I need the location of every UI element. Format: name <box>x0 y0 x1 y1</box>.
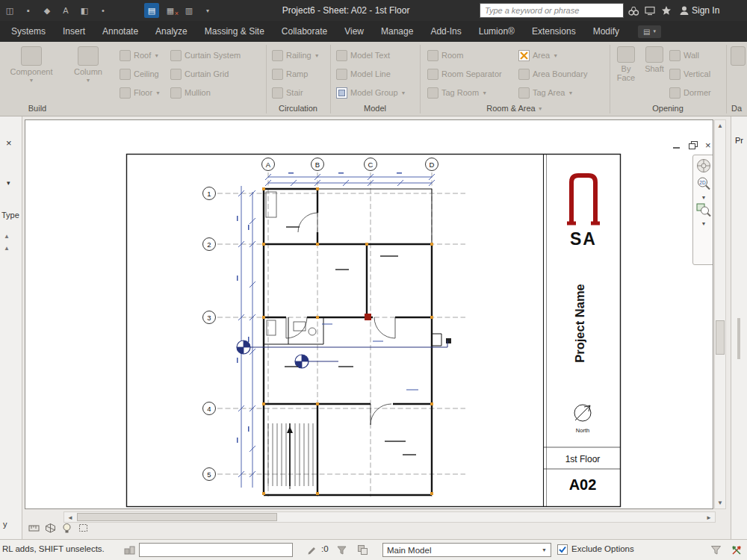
grid-bubble-d: D <box>430 161 435 169</box>
design-options-icon[interactable] <box>357 544 368 556</box>
tab-lumion[interactable]: Lumion® <box>479 26 515 37</box>
shaft-button[interactable]: Shaft <box>641 46 668 73</box>
ramp-icon <box>272 69 283 80</box>
scroll-up-icon[interactable]: ▲ <box>717 122 723 129</box>
communication-icon[interactable] <box>644 4 656 16</box>
tab-insert[interactable]: Insert <box>63 26 85 37</box>
vertical-scrollbar[interactable]: ▲ ▼ <box>714 119 726 509</box>
zoom-2d-icon[interactable]: 2D <box>695 175 712 193</box>
text-icon[interactable]: A <box>58 3 73 18</box>
curtain-system-button[interactable]: Curtain System <box>170 48 241 63</box>
railing-button[interactable]: Railing▼ <box>272 48 320 63</box>
visual-style-icon[interactable] <box>45 523 56 533</box>
ceiling-button[interactable]: Ceiling <box>120 66 159 81</box>
sheets-icon[interactable]: ▤ <box>144 3 159 18</box>
worksets-input[interactable] <box>139 543 293 557</box>
tab-massing-site[interactable]: Massing & Site <box>205 26 264 37</box>
room-button[interactable]: Room <box>427 48 463 63</box>
curtain-grid-button[interactable]: Curtain Grid <box>170 66 229 81</box>
dot-icon[interactable]: • <box>96 3 111 18</box>
wall-opening-button[interactable]: Wall <box>669 48 699 63</box>
model-group-button[interactable]: Model Group▼ <box>336 85 406 100</box>
panel-label-room-area[interactable]: Room & Area▼ <box>420 102 610 114</box>
minimize-view-icon[interactable] <box>672 141 681 149</box>
horizontal-scroll-thumb[interactable] <box>77 513 277 521</box>
area-boundary-button[interactable]: Area Boundary <box>518 66 587 81</box>
scroll-down-icon[interactable]: ▼ <box>717 500 723 506</box>
by-face-button[interactable]: By Face <box>611 46 641 82</box>
caret-down-icon: ▼ <box>155 90 161 96</box>
tab-annotate[interactable]: Annotate <box>102 26 138 37</box>
close-view-icon[interactable]: × <box>705 141 711 149</box>
restore-view-icon[interactable] <box>689 141 698 149</box>
room-separator-icon <box>427 69 438 80</box>
design-option-select[interactable]: Main Model ▼ <box>382 543 551 557</box>
scroll-left-icon[interactable]: ◄ <box>67 514 73 522</box>
component-button[interactable]: Component ▼ <box>9 46 54 83</box>
qat-caret-icon[interactable]: ▾ <box>200 3 215 18</box>
floor-button[interactable]: Floor▼ <box>120 85 161 100</box>
tab-modify[interactable]: Modify <box>593 26 619 37</box>
selected-element-marker[interactable] <box>365 314 371 320</box>
toggle-icon[interactable]: ◧ <box>77 3 92 18</box>
tab-systems[interactable]: Systems <box>11 26 46 37</box>
status-filter-icon[interactable] <box>336 544 347 556</box>
editable-only-icon[interactable] <box>306 544 317 556</box>
filter-icon[interactable] <box>710 544 722 556</box>
tab-manage[interactable]: Manage <box>381 26 413 37</box>
datum-partial-button[interactable] <box>731 46 746 66</box>
measure-icon[interactable]: ◫ <box>2 3 17 18</box>
tile-views-icon[interactable]: ▥ <box>182 3 196 18</box>
horizontal-scrollbar[interactable]: ◄ ► <box>63 511 716 523</box>
search-input[interactable] <box>480 3 624 18</box>
sheet-canvas[interactable]: A B C D 1 2 3 4 5 <box>25 119 713 509</box>
model-text-button[interactable]: Model Text <box>336 48 390 63</box>
browser-scroll-thumb[interactable] <box>737 318 740 359</box>
room-separator-button[interactable]: Room Separator <box>427 66 502 81</box>
favorites-star-icon[interactable] <box>660 4 672 16</box>
dormer-button[interactable]: Dormer <box>669 85 711 100</box>
tab-view[interactable]: View <box>344 26 364 37</box>
pen-icon[interactable]: ◆ <box>40 3 55 18</box>
vertical-opening-button[interactable]: Vertical <box>669 66 710 81</box>
reveal-hidden-lightbulb-icon[interactable] <box>61 523 72 533</box>
tab-analyze[interactable]: Analyze <box>155 26 187 37</box>
account-person-icon[interactable] <box>678 4 690 16</box>
mullion-button[interactable]: Mullion <box>170 85 211 100</box>
tab-collaborate[interactable]: Collaborate <box>282 26 327 37</box>
ribbon-options-pill[interactable]: ▤▾ <box>638 25 661 38</box>
crop-view-icon[interactable] <box>78 523 89 533</box>
tag-room-button[interactable]: Tag Room▼ <box>427 85 487 100</box>
vertical-scroll-thumb[interactable] <box>716 320 725 355</box>
model-line-icon <box>336 69 347 80</box>
zoom-region-icon[interactable] <box>695 202 712 220</box>
steering-wheel-icon[interactable] <box>695 158 712 174</box>
ramp-button[interactable]: Ramp <box>272 66 308 81</box>
roof-button[interactable]: Roof▼ <box>120 48 159 63</box>
tab-extensions[interactable]: Extensions <box>532 26 576 37</box>
type-selector-caret-icon[interactable]: ▾ <box>7 179 10 187</box>
scroll-up-icon[interactable]: ▲ <box>4 233 10 240</box>
grid-bubble-b: B <box>315 161 320 169</box>
view-control-bar <box>28 523 89 533</box>
model-line-button[interactable]: Model Line <box>336 66 391 81</box>
scroll-right-icon[interactable]: ► <box>706 514 712 522</box>
press-drag-select-toggle-icon[interactable] <box>731 544 743 556</box>
caret-down-icon[interactable]: ▼ <box>701 221 707 226</box>
sign-in-button[interactable]: Sign In <box>692 5 719 16</box>
save-icon[interactable]: ▪ <box>21 3 36 18</box>
tag-area-button[interactable]: Tag Area▼ <box>518 85 573 100</box>
scale-icon[interactable] <box>28 523 40 533</box>
properties-close-icon[interactable]: × <box>6 137 12 149</box>
close-inactive-views-icon[interactable]: ▦× <box>163 3 178 18</box>
worksets-icon[interactable] <box>124 544 135 556</box>
column-button[interactable]: Column ▼ <box>66 46 111 83</box>
search-go-icon[interactable] <box>627 4 639 16</box>
sheet-name-label: 1st Floor <box>565 454 601 464</box>
stair-button[interactable]: Stair <box>272 85 303 100</box>
exclude-options-checkbox[interactable] <box>557 544 568 555</box>
scroll-up-icon[interactable]: ▲ <box>4 245 10 252</box>
tab-add-ins[interactable]: Add-Ins <box>430 26 461 37</box>
area-button[interactable]: Area▼ <box>518 48 558 63</box>
caret-down-icon[interactable]: ▼ <box>701 195 707 200</box>
